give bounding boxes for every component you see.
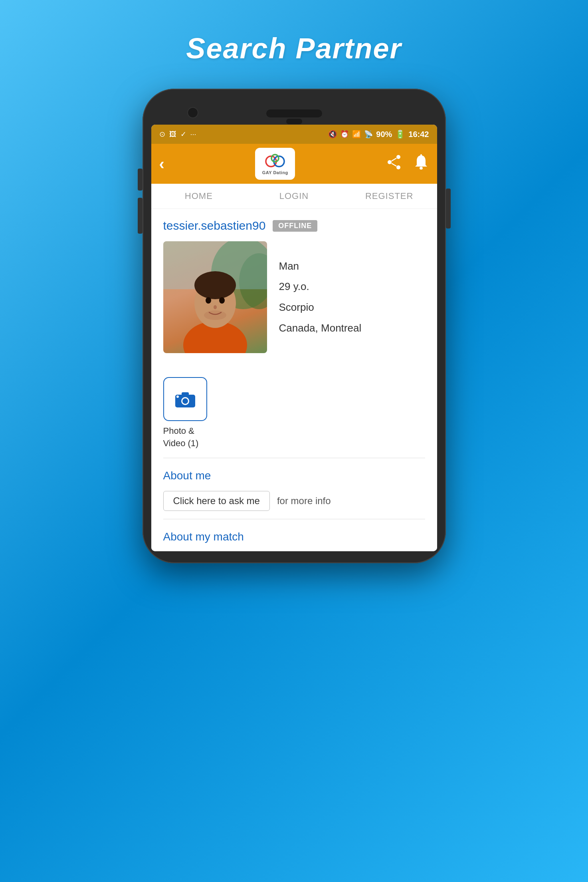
svg-point-20 (204, 310, 226, 320)
status-icon-dots: ··· (190, 130, 196, 139)
status-icon-check: ✓ (180, 130, 186, 139)
tab-login[interactable]: LOGIN (246, 184, 342, 209)
about-match-section: About my match (151, 519, 437, 551)
header-action-buttons (386, 154, 429, 174)
svg-rect-9 (420, 154, 422, 156)
profile-age: 29 y.o. (279, 278, 362, 295)
svg-point-25 (176, 395, 179, 398)
status-left-icons: ⊙ 🖾 ✓ ··· (159, 130, 196, 139)
phone-frame: ⊙ 🖾 ✓ ··· 🔇 ⏰ 📶 📡 90% 🔋 16:42 ‹ (143, 89, 446, 563)
tab-register[interactable]: REGISTER (342, 184, 437, 209)
alarm-icon: ⏰ (340, 130, 349, 139)
svg-line-6 (392, 158, 396, 161)
media-section: Photo & Video (1) (151, 373, 437, 458)
battery-text: 90% (376, 130, 392, 139)
svg-point-3 (396, 155, 400, 159)
volume-up-button[interactable] (138, 169, 143, 191)
svg-point-5 (396, 165, 400, 169)
phone-top-decorations (151, 101, 437, 125)
about-me-section: About me Click here to ask me for more i… (151, 458, 437, 519)
mute-icon: 🔇 (328, 130, 337, 139)
svg-point-17 (206, 297, 211, 304)
svg-point-16 (194, 271, 236, 299)
status-icon-image: 🖾 (169, 130, 176, 139)
svg-line-7 (392, 163, 396, 166)
logo-text: GAY Dating (262, 170, 288, 175)
phone-screen: ⊙ 🖾 ✓ ··· 🔇 ⏰ 📶 📡 90% 🔋 16:42 ‹ (151, 125, 437, 551)
logo-svg (265, 153, 285, 169)
tab-home[interactable]: HOME (151, 184, 247, 209)
profile-location: Canada, Montreal (279, 320, 362, 337)
time-display: 16:42 (408, 130, 429, 139)
ask-me-suffix: for more info (277, 495, 331, 507)
status-icon-circle: ⊙ (159, 130, 165, 139)
camera-icon (174, 390, 196, 408)
profile-person-svg (163, 241, 267, 353)
status-right-info: 🔇 ⏰ 📶 📡 90% 🔋 16:42 (328, 129, 429, 139)
svg-point-23 (182, 398, 188, 404)
signal-icon: 📡 (364, 130, 373, 139)
media-label: Photo & Video (1) (163, 425, 425, 450)
svg-point-4 (388, 160, 392, 164)
phone-speaker (266, 109, 322, 117)
profile-section: tessier.sebastien90 OFFLINE (151, 209, 437, 373)
media-thumbnail[interactable] (163, 377, 207, 421)
phone-sensor (286, 119, 302, 124)
svg-point-8 (420, 167, 423, 169)
about-me-title: About me (163, 469, 425, 482)
svg-rect-24 (182, 392, 189, 396)
volume-down-button[interactable] (138, 198, 143, 234)
about-match-title: About my match (163, 530, 425, 543)
status-bar: ⊙ 🖾 ✓ ··· 🔇 ⏰ 📶 📡 90% 🔋 16:42 (151, 125, 437, 144)
page-title-wrapper: Search Partner (0, 0, 588, 89)
page-title: Search Partner (186, 32, 402, 65)
wifi-icon: 📶 (352, 130, 361, 139)
svg-point-19 (214, 305, 217, 309)
app-logo[interactable]: GAY Dating (255, 148, 295, 180)
status-badge: OFFLINE (273, 220, 317, 232)
profile-photo[interactable] (163, 241, 267, 353)
share-icon[interactable] (386, 154, 402, 174)
ask-me-button[interactable]: Click here to ask me (163, 491, 270, 511)
back-button[interactable]: ‹ (159, 155, 164, 173)
profile-info-row: Man 29 y.o. Scorpio Canada, Montreal (163, 241, 425, 353)
profile-gender: Man (279, 258, 362, 275)
svg-point-18 (219, 297, 225, 304)
bell-icon[interactable] (414, 154, 429, 174)
front-camera (187, 107, 198, 118)
battery-icon: 🔋 (395, 129, 405, 139)
side-buttons-left (138, 169, 143, 234)
nav-tabs: HOME LOGIN REGISTER (151, 184, 437, 209)
username-row: tessier.sebastien90 OFFLINE (163, 219, 425, 232)
power-button[interactable] (446, 189, 451, 228)
app-header: ‹ GAY Dating (151, 144, 437, 184)
username-text: tessier.sebastien90 (163, 219, 266, 232)
profile-details: Man 29 y.o. Scorpio Canada, Montreal (279, 241, 362, 353)
ask-me-row: Click here to ask me for more info (163, 491, 425, 511)
profile-zodiac: Scorpio (279, 299, 362, 316)
profile-image (163, 241, 267, 353)
logo-circles-icon (265, 153, 285, 170)
